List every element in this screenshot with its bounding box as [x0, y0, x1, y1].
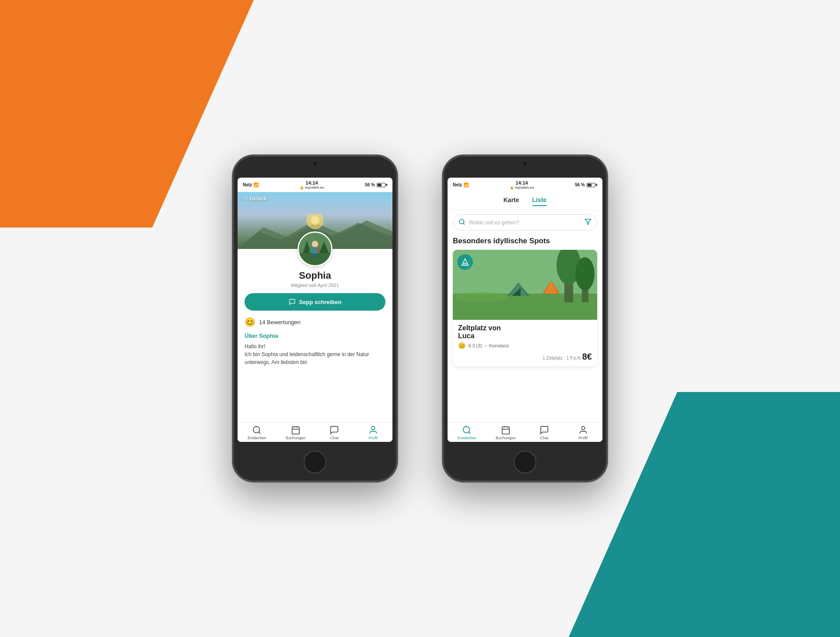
nav-item-chat-1[interactable]: Chat [315, 425, 354, 440]
phone-2-screen: Netz 📶 14:14 🔒 mycabin.eu 56 % [448, 178, 602, 442]
tab-karte[interactable]: Karte [504, 196, 519, 206]
filter-icon[interactable] [584, 218, 592, 227]
avatar-wrap [238, 231, 392, 266]
spot-price-detail: 1 Zeltplatz · 1 P.p.N [542, 356, 581, 360]
camping-scene-svg [453, 250, 597, 320]
nav-item-buchungen-1[interactable]: Buchungen [276, 425, 315, 440]
svg-point-40 [463, 427, 470, 433]
write-button[interactable]: Sepp schreiben [245, 293, 385, 311]
search-placeholder: Wohin soll es gehen? [469, 220, 581, 226]
svg-marker-36 [462, 259, 469, 266]
spot-tent-badge [457, 254, 473, 270]
url-1: 🔒 mycabin.eu [300, 186, 324, 189]
back-chevron-icon: ‹ [242, 196, 244, 202]
avatar-illustration [299, 231, 331, 266]
spot-name: Zeltplatz vonLuca [458, 324, 592, 340]
svg-rect-42 [502, 427, 510, 434]
status-bar-1: Netz 📶 14:14 🔒 mycabin.eu 56 % [238, 178, 392, 192]
lock-icon-1: 🔒 [300, 186, 304, 189]
svg-line-15 [259, 432, 261, 434]
svg-marker-23 [585, 219, 591, 224]
svg-point-20 [371, 427, 374, 430]
phone-2-home-button[interactable] [514, 451, 536, 473]
smiley-icon: 😊 [245, 317, 256, 327]
ratings-text: 14 Bewertungen [259, 319, 301, 326]
phone-1: Netz 📶 14:14 🔒 mycabin.eu 56 % [232, 154, 398, 483]
status-right-1: 56 % [365, 182, 387, 187]
svg-point-14 [253, 427, 260, 433]
nav-item-chat-2[interactable]: Chat [525, 425, 564, 440]
profile-screen: ‹ < zurück [238, 192, 392, 442]
nav-label-buchungen-1: Buchungen [286, 436, 306, 440]
svg-line-22 [463, 223, 465, 224]
about-text: Hallo ihr! Ich bin Sophia und leidenscha… [245, 343, 385, 366]
svg-point-35 [455, 292, 508, 302]
nav-item-profil-2[interactable]: Profil [564, 425, 603, 440]
network-label-1: Netz [243, 182, 252, 187]
svg-rect-10 [316, 248, 319, 252]
spot-dot: • [485, 343, 486, 348]
svg-rect-12 [315, 253, 317, 257]
profile-body: Sophia Mitglied seit April 2021 Sepp sch… [238, 266, 392, 422]
spot-card[interactable]: Zeltplatz vonLuca 😊 4.3 (3) • Konstanz 1… [453, 250, 597, 366]
discover-icon-2 [462, 425, 472, 435]
status-bar-2: Netz 📶 14:14 🔒 mycabin.eu 56 % [448, 178, 602, 192]
status-right-2: 56 % [575, 182, 597, 187]
nav-label-entdecken-1: Entdecken [248, 436, 266, 440]
phone-1-home-button[interactable] [304, 451, 326, 473]
chat-icon-2 [539, 425, 549, 435]
spot-meta: 😊 4.3 (3) • Konstanz [458, 342, 592, 349]
spot-location: Konstanz [489, 343, 509, 348]
svg-point-8 [312, 241, 318, 248]
spot-image [453, 250, 597, 320]
discover-body: Besonders idyllische Spots [448, 235, 602, 422]
phone-1-screen: Netz 📶 14:14 🔒 mycabin.eu 56 % [238, 178, 392, 442]
battery-icon-1 [377, 183, 387, 187]
nav-label-profil-2: Profil [578, 436, 588, 440]
battery-label-2: 56 % [575, 182, 585, 187]
tabs-bar: Karte Liste [448, 192, 602, 210]
wifi-icon-2: 📶 [463, 182, 469, 187]
nav-item-entdecken-2[interactable]: Entdecken [448, 425, 486, 440]
bookings-icon-1 [291, 425, 301, 435]
profile-member-since: Mitglied seit April 2021 [245, 283, 385, 288]
svg-rect-5 [299, 253, 331, 265]
nav-label-chat-1: Chat [330, 436, 339, 440]
battery-icon-2 [587, 183, 597, 187]
tent-icon [461, 258, 469, 266]
svg-rect-16 [292, 427, 300, 434]
section-title: Besonders idyllische Spots [453, 237, 597, 245]
nav-item-entdecken-1[interactable]: Entdecken [238, 425, 276, 440]
bottom-nav-1: Entdecken Buchungen Chat [238, 422, 392, 442]
nav-item-buchungen-2[interactable]: Buchungen [486, 425, 525, 440]
url-2: 🔒 mycabin.eu [510, 186, 534, 189]
svg-point-21 [459, 219, 464, 224]
write-button-label: Sepp schreiben [299, 299, 342, 305]
wifi-icon-1: 📶 [253, 182, 259, 187]
nav-label-entdecken-2: Entdecken [458, 436, 476, 440]
discover-icon-1 [252, 425, 262, 435]
bottom-nav-2: Entdecken Buchungen Chat [448, 422, 602, 442]
search-bar[interactable]: Wohin soll es gehen? [453, 214, 597, 231]
status-left-2: Netz 📶 [453, 182, 469, 187]
spot-info: Zeltplatz vonLuca 😊 4.3 (3) • Konstanz 1… [453, 320, 597, 366]
bookings-icon-2 [501, 425, 511, 435]
nav-label-buchungen-2: Buchungen [496, 436, 516, 440]
nav-item-profil-1[interactable]: Profil [354, 425, 393, 440]
search-icon [458, 218, 466, 227]
url-bar-2: 14:14 🔒 mycabin.eu [510, 180, 534, 189]
spot-price: 8€ [582, 352, 592, 362]
phone-2: Netz 📶 14:14 🔒 mycabin.eu 56 % [442, 154, 608, 483]
svg-point-3 [311, 216, 319, 225]
nav-label-chat-2: Chat [540, 436, 549, 440]
spot-rating: 4.3 (3) [468, 343, 482, 348]
svg-rect-11 [313, 253, 315, 257]
tab-liste[interactable]: Liste [532, 196, 547, 206]
time-1: 14:14 [306, 180, 318, 186]
nav-label-profil-1: Profil [368, 436, 378, 440]
url-bar-1: 14:14 🔒 mycabin.eu [300, 180, 324, 189]
svg-point-46 [581, 427, 584, 430]
back-button[interactable]: ‹ < zurück [242, 196, 266, 202]
avatar [298, 231, 332, 266]
svg-line-41 [469, 432, 471, 434]
